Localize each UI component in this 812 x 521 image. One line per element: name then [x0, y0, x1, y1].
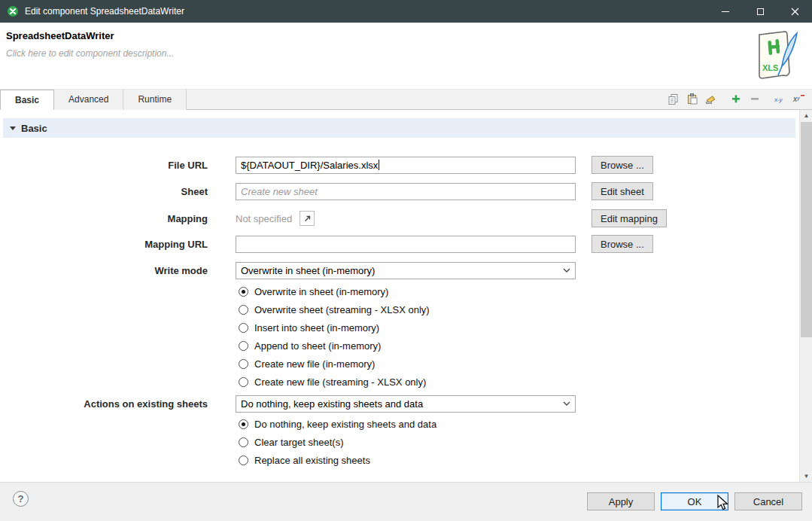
remove-icon[interactable] [748, 92, 762, 105]
radio-insert-into-sheet[interactable]: Insert into sheet (in-memory) [239, 319, 379, 336]
section-basic-header[interactable]: Basic [3, 118, 795, 138]
radio-label: Insert into sheet (in-memory) [254, 322, 379, 334]
section-title: Basic [21, 123, 47, 134]
icon-xls-text: XLS [762, 63, 778, 72]
sheet-input[interactable]: Create new sheet [236, 183, 576, 200]
cancel-button[interactable]: Cancel [734, 492, 802, 510]
radio-icon [239, 419, 248, 429]
radio-icon [239, 341, 248, 351]
mapping-label: Mapping [0, 213, 208, 224]
radio-icon [239, 359, 248, 369]
radio-create-new-file[interactable]: Create new file (in-memory) [239, 355, 375, 372]
text-caret [379, 160, 379, 170]
svg-text:x-y: x-y [774, 96, 783, 103]
sheet-row: Sheet Create new sheet Edit sheet [0, 182, 653, 200]
radio-label: Overwrite in sheet (in-memory) [254, 286, 388, 297]
scrollbar-thumb[interactable] [801, 122, 812, 337]
mapping-value: Not specified [236, 213, 292, 224]
radio-label: Clear target sheet(s) [254, 437, 344, 448]
radio-append-to-sheet[interactable]: Append to sheet (in-memory) [239, 337, 381, 354]
maximize-icon [757, 8, 764, 15]
title-bar: Edit component SpreadsheetDataWriter [0, 0, 812, 23]
help-button[interactable]: ? [13, 491, 29, 507]
xy-superscript-icon[interactable]: xʸ [792, 92, 806, 105]
mapping-url-browse-button[interactable]: Browse ... [592, 235, 653, 253]
file-url-value: ${DATAOUT_DIR}/Salaries.xlsx [241, 160, 378, 171]
radio-do-nothing[interactable]: Do nothing, keep existing sheets and dat… [239, 416, 436, 432]
maximize-button[interactable] [743, 0, 777, 23]
close-icon [791, 8, 799, 16]
actions-label: Actions on existing sheets [0, 398, 208, 410]
radio-create-new-file-streaming[interactable]: Create new file (streaming - XLSX only) [239, 373, 426, 390]
radio-replace-all-sheets[interactable]: Replace all existing sheets [239, 452, 370, 468]
file-url-row: File URL ${DATAOUT_DIR}/Salaries.xlsx Br… [0, 156, 653, 174]
apply-button[interactable]: Apply [587, 492, 655, 510]
file-url-browse-button[interactable]: Browse ... [592, 156, 653, 174]
radio-overwrite-sheet-streaming[interactable]: Overwrite sheet (streaming - XLSX only) [239, 301, 430, 318]
window-title: Edit component SpreadsheetDataWriter [25, 6, 184, 17]
sheet-label: Sheet [0, 186, 208, 197]
scroll-down-icon[interactable]: ▼ [800, 471, 812, 482]
tab-runtime[interactable]: Runtime [123, 90, 187, 110]
sheet-placeholder: Create new sheet [241, 186, 318, 197]
expand-arrow-icon [303, 215, 312, 223]
ok-button[interactable]: OK [661, 492, 728, 510]
actions-select[interactable]: Do nothing, keep existing sheets and dat… [236, 395, 576, 413]
minimize-button[interactable] [708, 0, 743, 23]
tab-basic[interactable]: Basic [0, 90, 54, 110]
radio-overwrite-in-sheet[interactable]: Overwrite in sheet (in-memory) [239, 283, 388, 300]
open-mapping-editor-button[interactable] [300, 211, 315, 226]
radio-label: Create new file (in-memory) [254, 358, 375, 370]
component-description-placeholder[interactable]: Click here to edit component description… [6, 48, 174, 59]
file-url-input[interactable]: ${DATAOUT_DIR}/Salaries.xlsx [236, 157, 576, 174]
scroll-up-icon[interactable]: ▲ [800, 110, 812, 121]
radio-label: Append to sheet (in-memory) [254, 340, 381, 352]
mapping-url-label: Mapping URL [0, 239, 208, 250]
edit-mapping-button[interactable]: Edit mapping [592, 209, 667, 227]
tab-advanced-label: Advanced [68, 94, 108, 105]
radio-icon [239, 323, 248, 333]
write-mode-selected-value: Overwrite in sheet (in-memory) [241, 265, 375, 276]
component-name: SpreadsheetDataWriter [6, 30, 114, 41]
chevron-down-icon [563, 268, 570, 273]
radio-clear-target-sheets[interactable]: Clear target sheet(s) [239, 434, 344, 450]
radio-icon [239, 437, 248, 447]
add-icon[interactable] [729, 92, 743, 105]
spreadsheet-writer-icon: XLS [750, 29, 800, 84]
tab-runtime-label: Runtime [138, 94, 172, 105]
radio-label: Overwrite sheet (streaming - XLSX only) [254, 304, 430, 315]
copy-icon[interactable] [666, 92, 680, 105]
radio-label: Do nothing, keep existing sheets and dat… [254, 419, 436, 430]
app-logo-icon [7, 5, 19, 17]
radio-icon [239, 305, 248, 315]
write-mode-row: Write mode Overwrite in sheet (in-memory… [0, 261, 576, 279]
actions-selected-value: Do nothing, keep existing sheets and dat… [241, 398, 423, 410]
radio-icon [239, 287, 248, 297]
radio-icon [239, 377, 248, 387]
mapping-url-row: Mapping URL Browse ... [0, 235, 653, 253]
close-button[interactable] [777, 0, 812, 23]
xy-icon[interactable]: x-y [774, 92, 787, 105]
properties-toolbar: x-y xʸ [666, 92, 806, 105]
write-mode-select[interactable]: Overwrite in sheet (in-memory) [236, 262, 576, 279]
write-mode-label: Write mode [0, 265, 208, 276]
paste-icon[interactable] [685, 92, 698, 105]
radio-icon [239, 455, 248, 465]
edit-sheet-button[interactable]: Edit sheet [592, 182, 653, 200]
vertical-scrollbar: ▲ ▼ [799, 110, 812, 482]
svg-text:xʸ: xʸ [792, 95, 801, 103]
minimize-icon [722, 11, 729, 12]
mapping-row: Mapping Not specified Edit mapping [0, 209, 667, 227]
clear-icon[interactable] [704, 92, 717, 105]
tab-advanced[interactable]: Advanced [54, 90, 123, 110]
file-url-label: File URL [0, 160, 208, 171]
collapse-icon [10, 126, 16, 130]
mapping-url-input[interactable] [236, 236, 576, 253]
actions-row: Actions on existing sheets Do nothing, k… [0, 395, 576, 413]
tab-basic-label: Basic [15, 95, 39, 105]
chevron-down-icon [563, 401, 570, 406]
radio-label: Replace all existing sheets [254, 455, 370, 466]
radio-label: Create new file (streaming - XLSX only) [254, 376, 426, 388]
dialog-header: SpreadsheetDataWriter Click here to edit… [0, 23, 812, 89]
